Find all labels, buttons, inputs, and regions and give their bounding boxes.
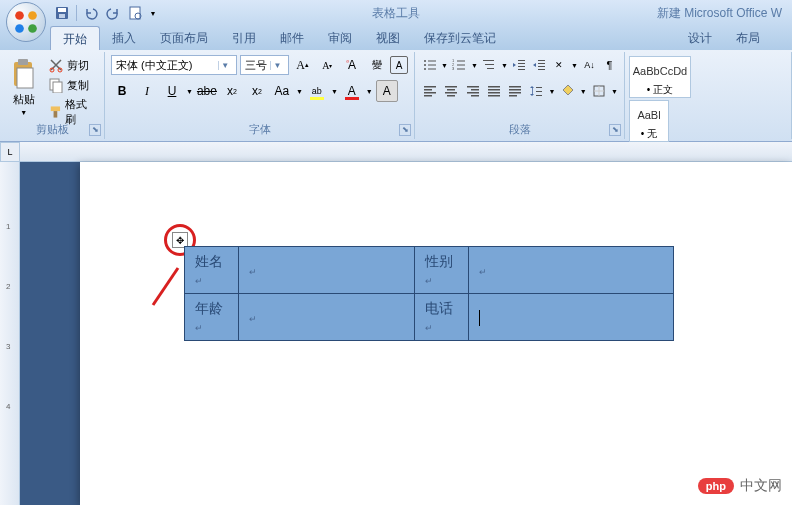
svg-point-3	[28, 24, 37, 33]
tab-insert[interactable]: 插入	[100, 26, 148, 50]
table-cell[interactable]: 性别↵	[415, 247, 469, 294]
svg-rect-48	[447, 95, 455, 97]
svg-point-20	[424, 64, 426, 66]
bold-button[interactable]: B	[111, 80, 133, 102]
document-page[interactable]: ✥ 姓名↵ ↵ 性别↵ ↵ 年龄↵ ↵ 电话↵	[80, 162, 792, 505]
character-shading-button[interactable]: A	[376, 80, 398, 102]
tab-home[interactable]: 开始	[50, 26, 100, 50]
font-launcher[interactable]: ⬊	[399, 124, 411, 136]
asian-layout-button[interactable]: ✕	[551, 54, 568, 76]
align-left-button[interactable]	[421, 80, 439, 102]
tab-table-design[interactable]: 设计	[676, 26, 724, 50]
qat-save[interactable]	[52, 3, 72, 23]
line-spacing-button[interactable]	[527, 80, 545, 102]
svg-point-2	[15, 24, 24, 33]
sort-button[interactable]: A↓	[581, 54, 598, 76]
vertical-ruler[interactable]: 1 2 3 4	[0, 162, 20, 505]
shrink-font-button[interactable]: A▾	[317, 54, 339, 76]
tab-save-cloud[interactable]: 保存到云笔记	[412, 26, 508, 50]
italic-button[interactable]: I	[136, 80, 158, 102]
grow-font-button[interactable]: A▴	[292, 54, 314, 76]
svg-rect-64	[536, 95, 542, 96]
character-border-button[interactable]: A	[390, 56, 408, 74]
svg-rect-38	[538, 63, 545, 64]
svg-rect-5	[58, 8, 66, 12]
tab-page-layout[interactable]: 页面布局	[148, 26, 220, 50]
svg-rect-47	[445, 92, 457, 94]
svg-rect-25	[457, 61, 465, 62]
table-cell[interactable]: 电话↵	[415, 294, 469, 341]
qat-undo[interactable]	[81, 3, 101, 23]
change-case-button[interactable]: Aa	[271, 80, 293, 102]
font-size-combo[interactable]: 三号▼	[240, 55, 289, 75]
align-center-button[interactable]	[442, 80, 460, 102]
decrease-indent-button[interactable]	[511, 54, 528, 76]
watermark: php 中文网	[698, 477, 782, 495]
svg-rect-45	[445, 86, 457, 88]
subscript-button[interactable]: x2	[221, 80, 243, 102]
tab-mailings[interactable]: 邮件	[268, 26, 316, 50]
svg-rect-54	[488, 89, 500, 91]
copy-button[interactable]: 复制	[46, 76, 98, 94]
multilevel-list-button[interactable]	[481, 54, 498, 76]
ruler-corner[interactable]: L	[0, 142, 20, 162]
table-row[interactable]: 姓名↵ ↵ 性别↵ ↵	[185, 247, 674, 294]
phonetic-guide-button[interactable]: 變	[366, 54, 388, 76]
horizontal-ruler[interactable]	[20, 142, 792, 162]
underline-button[interactable]: U	[161, 80, 183, 102]
table-cell[interactable]: ↵	[239, 247, 415, 294]
style-normal[interactable]: AaBbCcDd • 正文	[629, 56, 691, 98]
svg-rect-33	[518, 60, 525, 61]
table-cell[interactable]	[469, 294, 674, 341]
align-right-button[interactable]	[464, 80, 482, 102]
qat-print-preview[interactable]	[125, 3, 145, 23]
table-cell[interactable]: 年龄↵	[185, 294, 239, 341]
increase-indent-button[interactable]	[531, 54, 548, 76]
svg-rect-30	[483, 60, 494, 61]
font-color-button[interactable]: A	[341, 80, 363, 102]
style-no-spacing[interactable]: AaBl • 无	[629, 100, 669, 142]
tab-review[interactable]: 审阅	[316, 26, 364, 50]
distributed-button[interactable]	[506, 80, 524, 102]
qat-redo[interactable]	[103, 3, 123, 23]
justify-button[interactable]	[485, 80, 503, 102]
tab-references[interactable]: 引用	[220, 26, 268, 50]
cut-button[interactable]: 剪切	[46, 56, 98, 74]
office-button[interactable]	[6, 2, 46, 42]
svg-rect-19	[428, 61, 436, 62]
group-label-font: 字体	[105, 122, 414, 137]
qat-customize[interactable]: ▼	[147, 3, 159, 23]
borders-button[interactable]	[590, 80, 608, 102]
group-font: 宋体 (中文正文)▼ 三号▼ A▴ A▾ Aᵃ 變 A B I U ▼ abe …	[105, 52, 415, 139]
numbering-button[interactable]: 123	[451, 54, 468, 76]
paste-button[interactable]: 粘贴 ▼	[6, 54, 42, 122]
bullets-button[interactable]	[421, 54, 438, 76]
svg-rect-10	[18, 59, 28, 65]
clear-formatting-button[interactable]: Aᵃ	[341, 54, 363, 76]
show-marks-button[interactable]: ¶	[601, 54, 618, 76]
watermark-text: 中文网	[740, 477, 782, 495]
tab-table-layout[interactable]: 布局	[724, 26, 772, 50]
svg-rect-49	[467, 86, 479, 88]
table-cell[interactable]: 姓名↵	[185, 247, 239, 294]
superscript-button[interactable]: x2	[246, 80, 268, 102]
ribbon: 粘贴 ▼ 剪切 复制 格式刷 剪贴板 ⬊ 宋体 (中文正文)▼ 三号▼ A▴ A…	[0, 50, 792, 142]
strikethrough-button[interactable]: abe	[196, 80, 218, 102]
group-clipboard: 粘贴 ▼ 剪切 复制 格式刷 剪贴板 ⬊	[0, 52, 105, 139]
table-cell[interactable]: ↵	[239, 294, 415, 341]
svg-rect-37	[538, 60, 545, 61]
svg-rect-36	[518, 69, 525, 70]
svg-rect-51	[467, 92, 479, 94]
svg-rect-43	[424, 92, 436, 94]
svg-rect-39	[538, 66, 545, 67]
table-cell[interactable]: ↵	[469, 247, 674, 294]
clipboard-launcher[interactable]: ⬊	[89, 124, 101, 136]
tab-view[interactable]: 视图	[364, 26, 412, 50]
font-family-combo[interactable]: 宋体 (中文正文)▼	[111, 55, 237, 75]
document-table[interactable]: 姓名↵ ↵ 性别↵ ↵ 年龄↵ ↵ 电话↵	[184, 246, 674, 341]
title-bar: ▼ 表格工具 新建 Microsoft Office W	[0, 0, 792, 26]
shading-button[interactable]	[559, 80, 577, 102]
paragraph-launcher[interactable]: ⬊	[609, 124, 621, 136]
table-row[interactable]: 年龄↵ ↵ 电话↵	[185, 294, 674, 341]
highlight-button[interactable]: ab	[306, 80, 328, 102]
